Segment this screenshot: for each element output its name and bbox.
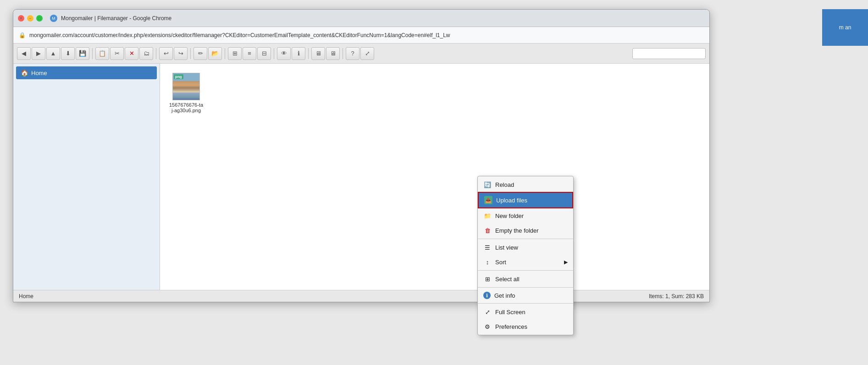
context-menu-item-sort[interactable]: ↕ Sort ▶ xyxy=(478,255,573,269)
select-all-icon: ⊞ xyxy=(483,275,492,283)
context-menu-label-empty-folder: Empty the folder xyxy=(495,227,539,234)
up-button[interactable]: ▲ xyxy=(46,47,60,60)
context-menu-label-get-info: Get info xyxy=(494,292,515,299)
screen2-button[interactable]: 🖥 xyxy=(326,47,340,60)
toolbar-separator-7 xyxy=(343,48,343,59)
toolbar-separator-4 xyxy=(225,48,225,59)
favicon: M xyxy=(50,15,57,22)
fullscreen-icon: ⤢ xyxy=(483,308,492,316)
address-bar: 🔒 mongomailer.com/account/customer/index… xyxy=(13,27,709,44)
empty-folder-icon: 🗑 xyxy=(483,226,492,234)
context-menu-label-new-folder: New folder xyxy=(495,212,524,219)
info-tb-button[interactable]: ℹ xyxy=(292,47,305,60)
save-button[interactable]: 💾 xyxy=(76,47,89,60)
context-menu-label-sort: Sort xyxy=(495,259,506,266)
fm-files[interactable]: png 1567676676-taj-ag30u6.png 🔄 Reload xyxy=(160,64,709,290)
chrome-window: ✕ − □ M Mongomailer | Filemanager - Goog… xyxy=(13,9,710,302)
maximize-button[interactable]: □ xyxy=(36,15,43,22)
preferences-icon: ⚙ xyxy=(483,322,492,331)
context-menu-label-upload-files: Upload files xyxy=(496,197,527,204)
file-item[interactable]: png 1567676676-taj-ag30u6.png xyxy=(166,69,207,117)
context-menu-item-list-view[interactable]: ☰ List view xyxy=(478,240,573,255)
chrome-titlebar: ✕ − □ M Mongomailer | Filemanager - Goog… xyxy=(13,10,709,27)
context-menu-label-preferences: Preferences xyxy=(495,323,527,330)
context-menu-label-full-screen: Full Screen xyxy=(495,309,525,316)
close-button[interactable]: ✕ xyxy=(18,15,24,22)
context-menu-item-reload[interactable]: 🔄 Reload xyxy=(478,177,573,192)
rename-button[interactable]: ✏ xyxy=(194,47,207,60)
fm-statusbar: Home Items: 1, Sum: 283 KB xyxy=(13,290,709,302)
context-menu-item-get-info[interactable]: ℹ Get info xyxy=(478,289,573,302)
columns-view-button[interactable]: ⊟ xyxy=(257,47,271,60)
get-info-icon: ℹ xyxy=(483,292,491,299)
list-view-icon: ☰ xyxy=(483,243,492,251)
statusbar-path: Home xyxy=(19,293,33,300)
file-thumbnail: png xyxy=(172,73,200,100)
thumbnail-view-button[interactable]: ⊞ xyxy=(228,47,242,60)
forward-button[interactable]: ▶ xyxy=(32,47,45,60)
context-menu-separator-3 xyxy=(478,287,573,288)
lock-icon: 🔒 xyxy=(19,32,26,38)
new-folder-icon: 📁 xyxy=(483,212,492,220)
upload-icon: 📤 xyxy=(484,196,492,204)
screen1-button[interactable]: 🖥 xyxy=(311,47,325,60)
help-button[interactable]: ? xyxy=(346,47,359,60)
window-title: Mongomailer | Filemanager - Google Chrom… xyxy=(61,15,705,22)
toolbar-separator-6 xyxy=(308,48,309,59)
window-controls: ✕ − □ xyxy=(18,15,43,22)
context-menu-label-select-all: Select all xyxy=(495,276,520,283)
fm-main: 🏠 Home png 1567676676-taj-ag30u6.png xyxy=(13,64,709,290)
reload-icon: 🔄 xyxy=(483,180,492,189)
redo-button[interactable]: ↪ xyxy=(174,47,188,60)
toolbar-separator-1 xyxy=(92,48,93,59)
home-folder-icon: 🏠 xyxy=(21,69,28,76)
context-menu-item-new-folder[interactable]: 📁 New folder xyxy=(478,208,573,223)
context-menu-label-list-view: List view xyxy=(495,244,518,251)
toolbar-separator-2 xyxy=(156,48,156,59)
context-menu-label-reload: Reload xyxy=(495,181,514,188)
context-menu-item-full-screen[interactable]: ⤢ Full Screen xyxy=(478,305,573,319)
preview-button[interactable]: 👁 xyxy=(277,47,291,60)
download-button[interactable]: ⬇ xyxy=(61,47,75,60)
undo-button[interactable]: ↩ xyxy=(159,47,173,60)
sort-submenu-arrow: ▶ xyxy=(564,259,568,265)
context-menu-separator-4 xyxy=(478,303,573,304)
back-button[interactable]: ◀ xyxy=(17,47,31,60)
archive-button[interactable]: 🗂 xyxy=(139,47,153,60)
fm-toolbar: ◀ ▶ ▲ ⬇ 💾 📋 ✂ ✕ 🗂 ↩ ↪ ✏ 📂 ⊞ ≡ ⊟ 👁 ℹ 🖥 xyxy=(13,44,709,64)
url-text: mongomailer.com/account/customer/index.p… xyxy=(29,32,704,38)
sidebar-item-home[interactable]: 🏠 Home xyxy=(16,66,157,79)
copy-button[interactable]: 📋 xyxy=(95,47,109,60)
new-folder-tb-button[interactable]: 📂 xyxy=(208,47,222,60)
context-menu-item-select-all[interactable]: ⊞ Select all xyxy=(478,272,573,286)
fm-sidebar: 🏠 Home xyxy=(13,64,160,290)
minimize-button[interactable]: − xyxy=(27,15,33,22)
sidebar-item-label: Home xyxy=(31,70,47,76)
file-type-badge: png xyxy=(174,74,183,79)
context-menu-separator-1 xyxy=(478,239,573,239)
context-menu-item-upload-files[interactable]: 📤 Upload files xyxy=(478,192,573,208)
list-view-button[interactable]: ≡ xyxy=(243,47,256,60)
cut-button[interactable]: ✂ xyxy=(110,47,124,60)
context-menu-separator-2 xyxy=(478,270,573,271)
toolbar-separator-3 xyxy=(190,48,191,59)
file-name: 1567676676-taj-ag30u6.png xyxy=(169,102,203,113)
context-menu: 🔄 Reload 📤 Upload files 📁 New folder xyxy=(477,176,574,335)
context-menu-item-empty-folder[interactable]: 🗑 Empty the folder xyxy=(478,223,573,238)
fullscreen-tb-button[interactable]: ⤢ xyxy=(360,47,374,60)
statusbar-info: Items: 1, Sum: 283 KB xyxy=(649,293,704,300)
delete-button[interactable]: ✕ xyxy=(125,47,138,60)
sort-icon: ↕ xyxy=(483,258,492,266)
search-container xyxy=(632,48,706,59)
right-partial-content: m an xyxy=(822,9,868,46)
context-menu-item-preferences[interactable]: ⚙ Preferences xyxy=(478,319,573,334)
search-input[interactable] xyxy=(632,48,706,59)
toolbar-separator-5 xyxy=(274,48,274,59)
filemanager-body: ◀ ▶ ▲ ⬇ 💾 📋 ✂ ✕ 🗂 ↩ ↪ ✏ 📂 ⊞ ≡ ⊟ 👁 ℹ 🖥 xyxy=(13,44,709,302)
